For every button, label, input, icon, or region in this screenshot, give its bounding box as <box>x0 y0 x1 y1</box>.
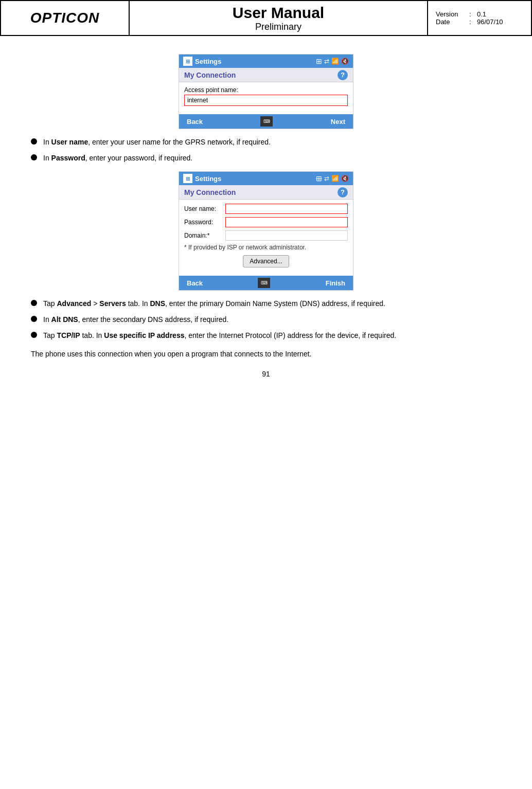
tcpip-bold: TCP/IP <box>57 331 80 339</box>
username-bold: User name <box>51 138 88 146</box>
bullet-dot-3 <box>31 300 37 306</box>
next-button-1[interactable]: Next <box>331 118 345 125</box>
taskbar-volume-icon: 🔇 <box>341 58 349 65</box>
access-point-label: Access point name: <box>184 86 348 94</box>
windows-logo-icon-2: ⊞ <box>183 174 192 183</box>
dns-bold: DNS <box>150 299 165 308</box>
taskbar-title-2: Settings <box>195 175 221 183</box>
version-colon: : <box>469 10 474 18</box>
footer-note: The phone uses this connection when you … <box>31 349 501 360</box>
bullet-item-4: In Alt DNS, enter the secondary DNS addr… <box>31 314 501 325</box>
taskbar-icons-2: ⊞ ⇄ 📶 🔇 <box>316 174 349 183</box>
help-icon-1[interactable]: ? <box>338 70 348 80</box>
taskbar-left-2: ⊞ Settings <box>183 174 221 183</box>
date-value: 96/07/10 <box>477 18 503 26</box>
domain-note: * If provided by ISP or network administ… <box>184 244 348 251</box>
servers-bold: Servers <box>99 299 126 308</box>
taskbar-icons-1: ⊞ ⇄ 📶 🔇 <box>316 57 349 65</box>
taskbar-title-1: Settings <box>195 58 221 65</box>
bullet-text-3: Tap Advanced > Servers tab. In DNS, ente… <box>43 298 501 309</box>
version-row: Version : 0.1 <box>436 10 523 18</box>
password-row: Password: <box>184 217 348 227</box>
keyboard-icon-2: ⌨ <box>258 278 270 288</box>
bullet-item-2: In Password, enter your password, if req… <box>31 153 501 164</box>
windows-logo-icon: ⊞ <box>183 57 192 66</box>
advanced-bold: Advanced <box>57 299 91 308</box>
date-label: Date <box>436 18 467 26</box>
screenshot-1: ⊞ Settings ⊞ ⇄ 📶 🔇 My Connection ? Acces… <box>179 54 353 129</box>
keyboard-icon-1: ⌨ <box>260 116 273 127</box>
help-icon-2[interactable]: ? <box>338 187 348 198</box>
advanced-button[interactable]: Advanced... <box>243 255 289 267</box>
company-logo: OPTICON <box>1 1 130 35</box>
page-number: 91 <box>31 370 501 378</box>
date-row: Date : 96/07/10 <box>436 18 523 26</box>
taskbar-grid-icon-2: ⊞ <box>316 174 322 183</box>
screenshot-2: ⊞ Settings ⊞ ⇄ 📶 🔇 My Connection ? User … <box>179 171 353 291</box>
connection-title-2: My Connection <box>184 188 236 196</box>
access-point-input[interactable] <box>184 95 348 106</box>
username-label: User name: <box>184 205 225 212</box>
taskbar-signal-icon: 📶 <box>331 58 339 65</box>
bullet-item-1: In User name, enter your user name for t… <box>31 137 501 148</box>
domain-label: Domain:* <box>184 232 225 239</box>
bullet-dot-5 <box>31 332 37 338</box>
taskbar-arrows-icon: ⇄ <box>324 58 329 65</box>
bottombar-2: Back ⌨ Finish <box>179 276 353 290</box>
taskbar-volume-icon-2: 🔇 <box>341 175 349 182</box>
bullet-item-5: Tap TCP/IP tab. In Use specific IP addre… <box>31 330 501 341</box>
finish-button[interactable]: Finish <box>326 279 345 287</box>
access-point-group: Access point name: <box>184 86 348 106</box>
version-value: 0.1 <box>477 10 486 18</box>
username-input[interactable] <box>225 204 348 214</box>
bullet-dot-4 <box>31 316 37 322</box>
titlebar-2: My Connection ? <box>179 185 353 200</box>
bottombar-1: Back ⌨ Next <box>179 114 353 129</box>
taskbar-arrows-icon-2: ⇄ <box>324 175 329 182</box>
titlebar-1: My Connection ? <box>179 68 353 82</box>
domain-row: Domain:* <box>184 230 348 241</box>
taskbar-left-1: ⊞ Settings <box>183 57 221 66</box>
title-sub: Preliminary <box>255 22 302 32</box>
document-meta: Version : 0.1 Date : 96/07/10 <box>428 1 531 35</box>
document-title: User Manual Preliminary <box>130 1 428 35</box>
date-colon: : <box>469 18 474 26</box>
taskbar-2: ⊞ Settings ⊞ ⇄ 📶 🔇 <box>179 172 353 185</box>
version-label: Version <box>436 10 467 18</box>
alt-dns-bold: Alt DNS <box>51 315 78 324</box>
bullet-list-2: Tap Advanced > Servers tab. In DNS, ente… <box>31 298 501 341</box>
specific-ip-bold: Use specific IP address <box>104 331 184 339</box>
bullet-list-1: In User name, enter your user name for t… <box>31 137 501 164</box>
password-label: Password: <box>184 219 225 226</box>
taskbar-1: ⊞ Settings ⊞ ⇄ 📶 🔇 <box>179 55 353 68</box>
page-header: OPTICON User Manual Preliminary Version … <box>0 0 532 36</box>
back-button-1[interactable]: Back <box>187 118 203 125</box>
connection-title-1: My Connection <box>184 71 236 79</box>
bullet-text-1: In User name, enter your user name for t… <box>43 137 501 148</box>
password-input[interactable] <box>225 217 348 227</box>
bullet-text-4: In Alt DNS, enter the secondary DNS addr… <box>43 314 501 325</box>
password-bold: Password <box>51 154 85 162</box>
bullet-text-5: Tap TCP/IP tab. In Use specific IP addre… <box>43 330 501 341</box>
title-main: User Manual <box>233 4 324 22</box>
main-content: ⊞ Settings ⊞ ⇄ 📶 🔇 My Connection ? Acces… <box>0 36 532 388</box>
taskbar-signal-icon-2: 📶 <box>331 175 339 182</box>
back-button-2[interactable]: Back <box>187 279 203 287</box>
screen2-body: User name: Password: Domain:* * If provi… <box>179 200 353 276</box>
screen1-body: Access point name: <box>179 82 353 114</box>
domain-input[interactable] <box>225 230 348 241</box>
username-row: User name: <box>184 204 348 214</box>
taskbar-grid-icon: ⊞ <box>316 57 322 65</box>
bullet-item-3: Tap Advanced > Servers tab. In DNS, ente… <box>31 298 501 309</box>
bullet-dot-2 <box>31 154 37 160</box>
bullet-text-2: In Password, enter your password, if req… <box>43 153 501 164</box>
bullet-dot-1 <box>31 138 37 145</box>
